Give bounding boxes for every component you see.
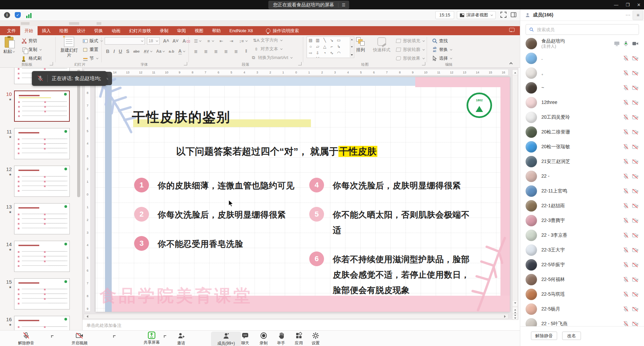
numbering-button[interactable]: ≡: [206, 38, 211, 44]
unmute-all-button[interactable]: 解除静音: [531, 332, 557, 340]
find-button[interactable]: 查找: [432, 38, 448, 44]
slide-thumbnail[interactable]: [14, 128, 70, 159]
shape-glyph[interactable]: ▤: [308, 38, 313, 43]
select-button[interactable]: 选择: [432, 55, 452, 62]
scroll-right-button[interactable]: [504, 315, 507, 318]
slide-thumbnail[interactable]: [14, 316, 70, 330]
slide-thumbnail-row[interactable]: 15 ★: [0, 278, 77, 309]
arrange-button[interactable]: 排列: [356, 37, 365, 53]
align-left-button[interactable]: ≣: [193, 49, 199, 54]
previous-slide-button[interactable]: [513, 308, 518, 314]
shape-glyph[interactable]: {: [308, 57, 313, 58]
shield-icon[interactable]: ✓: [15, 12, 21, 18]
minimize-icon[interactable]: —: [614, 2, 618, 7]
font-size-combobox[interactable]: 18: [147, 37, 160, 45]
share-screen-button[interactable]: 共享屏幕: [137, 332, 167, 345]
member-row[interactable]: .: [520, 51, 644, 66]
invite-button[interactable]: 邀请: [166, 332, 196, 346]
horizontal-scrollbar[interactable]: [84, 314, 508, 319]
slide-thumbnail-row[interactable]: 13 ★: [0, 203, 77, 234]
presenter-view-dropdown[interactable]: 演讲者视图: [457, 11, 496, 19]
shrink-font-button[interactable]: A˅: [172, 38, 178, 44]
change-case-button[interactable]: Aa: [156, 49, 161, 54]
close-icon[interactable]: ✕: [637, 2, 641, 7]
side-panel-icon[interactable]: [511, 12, 517, 18]
ribbon-tab[interactable]: 视图: [190, 26, 208, 35]
ribbon-tab[interactable]: 开始: [20, 26, 38, 35]
member-search-input[interactable]: [536, 27, 635, 33]
justify-button[interactable]: ≣: [223, 49, 229, 54]
grow-font-button[interactable]: A˄: [163, 38, 169, 44]
member-row[interactable]: 12three: [520, 95, 644, 110]
copy-button[interactable]: 复制: [21, 46, 42, 53]
shape-glyph[interactable]: ∿: [329, 50, 334, 56]
slide-thumbnail[interactable]: [14, 241, 70, 272]
section-button[interactable]: 节: [83, 55, 98, 62]
bullets-button[interactable]: ☰: [193, 38, 199, 44]
format-painter-button[interactable]: 格式刷: [21, 55, 42, 62]
next-slide-button[interactable]: [513, 314, 518, 320]
panel-menu-icon[interactable]: ≡: [633, 10, 643, 20]
align-center-button[interactable]: ≣: [203, 49, 209, 54]
shape-glyph[interactable]: ◔: [322, 50, 327, 56]
comments-icon[interactable]: [509, 28, 515, 32]
member-row[interactable]: 。: [520, 66, 644, 80]
member-row[interactable]: 22-1赵喆雨: [520, 198, 644, 213]
shape-glyph[interactable]: ⇨: [308, 50, 313, 56]
ribbon-tab[interactable]: 审阅: [173, 26, 190, 35]
font-color-button[interactable]: A: [178, 48, 182, 55]
shape-glyph[interactable]: ↳: [336, 44, 341, 49]
member-row[interactable]: 20检一张瑞敏: [520, 139, 644, 154]
clipboard-dialog-launcher[interactable]: [50, 62, 53, 65]
ribbon-tab[interactable]: 幻灯片放映: [125, 26, 155, 35]
member-row[interactable]: 22-3曹腾宇: [520, 213, 644, 228]
member-row[interactable]: 21安三赵润芝: [520, 154, 644, 169]
ribbon-tab[interactable]: 文件: [3, 26, 20, 35]
layout-button[interactable]: 版式: [83, 38, 103, 44]
rename-button[interactable]: 改名: [562, 332, 581, 340]
shape-glyph[interactable]: ▭: [336, 38, 341, 43]
slide-thumbnail-row[interactable]: 16 ★: [0, 316, 77, 330]
ribbon-tab[interactable]: 帮助: [208, 26, 225, 35]
slide-thumbnail-row[interactable]: 11 ★: [0, 128, 77, 159]
shapes-gallery-scrollbar[interactable]: [350, 37, 354, 57]
shadow-button[interactable]: S: [126, 49, 129, 54]
member-row[interactable]: 22-5杨月: [520, 302, 644, 316]
cut-button[interactable]: 剪切: [21, 38, 37, 44]
align-right-button[interactable]: ≣: [213, 49, 219, 54]
shape-glyph[interactable]: ⌐: [329, 44, 334, 49]
shape-glyph[interactable]: ◠: [336, 50, 341, 56]
drawing-dialog-launcher[interactable]: [422, 62, 425, 65]
member-row[interactable]: 22-5何福林: [520, 272, 644, 287]
shape-glyph[interactable]: △: [322, 44, 327, 49]
font-name-combobox[interactable]: [105, 37, 145, 45]
ribbon-tab[interactable]: 动画: [107, 26, 125, 35]
info-icon[interactable]: i: [4, 12, 10, 18]
member-row[interactable]: 20检二徐誉珊: [520, 125, 644, 139]
distribute-button[interactable]: ≣: [233, 49, 239, 54]
font-dialog-launcher[interactable]: [184, 62, 187, 65]
quick-styles-button[interactable]: 快速样式: [373, 37, 390, 53]
ribbon-tab[interactable]: 设计: [72, 26, 90, 35]
tell-me-search[interactable]: 操作说明搜索: [266, 26, 299, 35]
italic-button[interactable]: I: [113, 49, 115, 54]
shape-fill-button[interactable]: 形状填充: [396, 38, 425, 44]
line-spacing-button[interactable]: ↕≡: [239, 38, 244, 44]
clear-formatting-button[interactable]: A⌫: [182, 38, 190, 44]
ribbon-tab[interactable]: 插入: [38, 26, 55, 35]
slide-subtitle[interactable]: 以下问题答案若超过四个“对”， 就属于干性皮肤: [176, 145, 377, 158]
shape-glyph[interactable]: ↘: [329, 38, 334, 43]
member-row[interactable]: 食品赵培均 (主持人): [520, 36, 644, 51]
settings-button[interactable]: 设置: [301, 332, 331, 346]
scroll-up-button[interactable]: [513, 70, 518, 75]
maximize-icon[interactable]: ❐: [626, 2, 630, 7]
member-row[interactable]: 22 -: [520, 169, 644, 184]
toast-menu-icon[interactable]: ☰: [338, 3, 346, 7]
member-row[interactable]: 22 - 5叶飞燕: [520, 316, 644, 326]
video-options-chevron[interactable]: [113, 335, 116, 338]
slide-thumbnail[interactable]: [14, 166, 70, 197]
vertical-scrollbar[interactable]: [512, 69, 518, 320]
shape-glyph[interactable]: ╲: [322, 38, 327, 43]
slide-thumbnail-row[interactable]: 14 ★: [0, 241, 77, 272]
strikethrough-button[interactable]: abe: [133, 49, 140, 53]
